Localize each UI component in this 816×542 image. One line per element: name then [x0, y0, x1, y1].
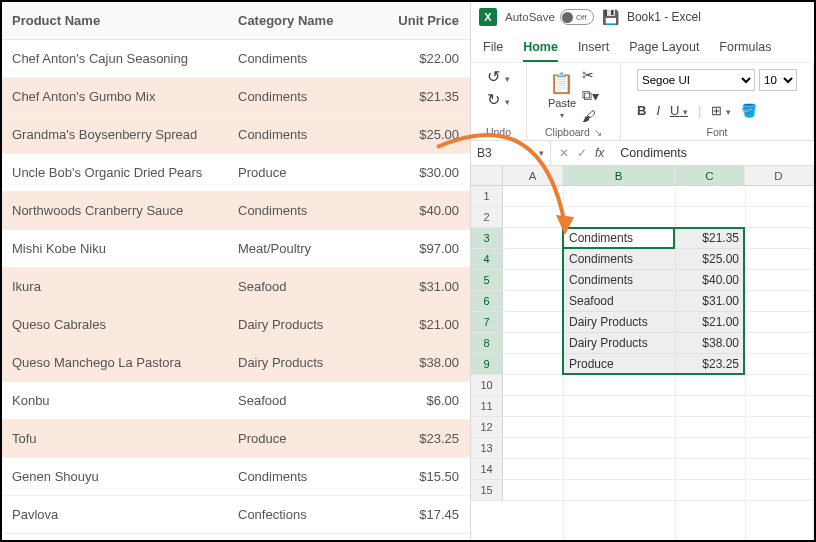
table-row[interactable]: TofuProduce$23.25 — [2, 420, 470, 458]
col-header-c[interactable]: C — [675, 166, 745, 185]
col-header-a[interactable]: A — [503, 166, 563, 185]
header-category: Category Name — [228, 13, 387, 28]
bold-button[interactable]: B — [637, 103, 646, 118]
cell-price: $6.00 — [387, 393, 469, 408]
cell[interactable]: $38.00 — [677, 333, 743, 354]
cell[interactable]: $21.35 — [677, 228, 743, 249]
col-header-b[interactable]: B — [563, 166, 675, 185]
table-row[interactable]: Queso Manchego La PastoraDairy Products$… — [2, 344, 470, 382]
name-box[interactable]: B3▾ — [471, 141, 551, 165]
cell-product: Queso Cabrales — [2, 317, 228, 332]
cell-price: $21.35 — [387, 89, 469, 104]
fx-icon[interactable]: fx — [595, 146, 604, 160]
table-row[interactable]: Uncle Bob's Organic Dried PearsProduce$3… — [2, 154, 470, 192]
table-row[interactable]: KonbuSeafood$6.00 — [2, 382, 470, 420]
table-row[interactable]: Chef Anton's Gumbo MixCondiments$21.35 — [2, 78, 470, 116]
cell[interactable]: $31.00 — [677, 291, 743, 312]
cancel-formula-icon[interactable]: ✕ — [559, 146, 569, 160]
enter-formula-icon[interactable]: ✓ — [577, 146, 587, 160]
ribbon-group-clipboard: 📋 Paste ▾ ✂ ⧉ ▾ 🖌 Clipboard↘ — [527, 63, 621, 140]
col-header-d[interactable]: D — [745, 166, 813, 185]
row-header[interactable]: 2 — [471, 207, 503, 228]
row-header[interactable]: 13 — [471, 438, 503, 459]
cut-icon[interactable]: ✂ — [582, 67, 599, 83]
cell-category: Condiments — [228, 51, 387, 66]
row-header[interactable]: 6 — [471, 291, 503, 312]
undo-icon[interactable]: ↺ ▾ — [487, 67, 509, 86]
row-header[interactable]: 1 — [471, 186, 503, 207]
tab-formulas[interactable]: Formulas — [719, 36, 771, 62]
dialog-launcher-icon[interactable]: ↘ — [594, 127, 602, 138]
cell[interactable]: Produce — [565, 354, 618, 375]
cell-product: Chef Anton's Cajun Seasoning — [2, 51, 228, 66]
cell-price: $40.00 — [387, 203, 469, 218]
row-header[interactable]: 12 — [471, 417, 503, 438]
border-icon[interactable]: ⊞ ▾ — [711, 103, 731, 118]
table-row[interactable]: Queso CabralesDairy Products$21.00 — [2, 306, 470, 344]
table-row[interactable]: Chef Anton's Cajun SeasoningCondiments$2… — [2, 40, 470, 78]
row-header[interactable]: 15 — [471, 480, 503, 501]
select-all-corner[interactable] — [471, 166, 503, 185]
cell[interactable]: Condiments — [565, 270, 637, 291]
spreadsheet-grid[interactable]: A B C D 123456789101112131415 Condiments… — [471, 166, 814, 540]
cell[interactable]: $23.25 — [677, 354, 743, 375]
cell-category: Seafood — [228, 279, 387, 294]
cell-category: Condiments — [228, 127, 387, 142]
table-row[interactable]: Genen ShouyuCondiments$15.50 — [2, 458, 470, 496]
table-row[interactable]: IkuraSeafood$31.00 — [2, 268, 470, 306]
italic-button[interactable]: I — [656, 103, 660, 118]
cell[interactable]: $40.00 — [677, 270, 743, 291]
cell-price: $15.50 — [387, 469, 469, 484]
tab-insert[interactable]: Insert — [578, 36, 609, 62]
row-header[interactable]: 7 — [471, 312, 503, 333]
row-header[interactable]: 3 — [471, 228, 503, 249]
table-row[interactable]: PavlovaConfections$17.45 — [2, 496, 470, 534]
font-size-select[interactable]: 10 — [759, 69, 797, 91]
cell-category: Condiments — [228, 469, 387, 484]
cell[interactable]: Condiments — [565, 249, 637, 270]
cell[interactable]: Condiments — [565, 228, 637, 249]
row-header[interactable]: 10 — [471, 375, 503, 396]
row-header[interactable]: 4 — [471, 249, 503, 270]
cell[interactable]: $25.00 — [677, 249, 743, 270]
table-row[interactable]: Grandma's Boysenberry SpreadCondiments$2… — [2, 116, 470, 154]
cell-price: $38.00 — [387, 355, 469, 370]
copy-icon[interactable]: ⧉ ▾ — [582, 87, 599, 104]
save-icon[interactable]: 💾 — [602, 9, 619, 25]
font-name-select[interactable]: Segoe UI — [637, 69, 755, 91]
tab-file[interactable]: File — [483, 36, 503, 62]
cell-product: Grandma's Boysenberry Spread — [2, 127, 228, 142]
tab-page-layout[interactable]: Page Layout — [629, 36, 699, 62]
redo-icon[interactable]: ↻ ▾ — [487, 90, 509, 109]
tab-home[interactable]: Home — [523, 36, 558, 62]
cell[interactable]: Seafood — [565, 291, 618, 312]
underline-button[interactable]: U ▾ — [670, 103, 688, 118]
fill-color-icon[interactable]: 🪣 — [741, 103, 757, 118]
cell-product: Queso Manchego La Pastora — [2, 355, 228, 370]
table-row[interactable]: Northwoods Cranberry SauceCondiments$40.… — [2, 192, 470, 230]
cell-product: Uncle Bob's Organic Dried Pears — [2, 165, 228, 180]
autosave-toggle[interactable]: AutoSave Off — [505, 9, 594, 25]
table-row[interactable]: Mishi Kobe NikuMeat/Poultry$97.00 — [2, 230, 470, 268]
paste-button[interactable]: 📋 Paste ▾ — [548, 71, 576, 120]
cell-category: Meat/Poultry — [228, 241, 387, 256]
row-header[interactable]: 14 — [471, 459, 503, 480]
cell-category: Produce — [228, 165, 387, 180]
autosave-label: AutoSave — [505, 11, 555, 23]
format-painter-icon[interactable]: 🖌 — [582, 108, 599, 124]
cell[interactable]: $21.00 — [677, 312, 743, 333]
ribbon: ↺ ▾ ↻ ▾ Undo 📋 Paste ▾ ✂ ⧉ ▾ 🖌 — [471, 62, 814, 140]
cell-category: Seafood — [228, 393, 387, 408]
formula-input[interactable]: Condiments — [612, 146, 814, 160]
cell[interactable]: Dairy Products — [565, 333, 652, 354]
row-header[interactable]: 8 — [471, 333, 503, 354]
cell[interactable]: Dairy Products — [565, 312, 652, 333]
title-bar: X AutoSave Off 💾 Book1 - Excel — [471, 2, 814, 30]
row-header[interactable]: 11 — [471, 396, 503, 417]
ribbon-group-font: Segoe UI 10 B I U ▾ | ⊞ ▾ 🪣 Font — [621, 63, 814, 140]
row-header[interactable]: 5 — [471, 270, 503, 291]
row-header[interactable]: 9 — [471, 354, 503, 375]
toggle-switch-icon[interactable]: Off — [560, 9, 594, 25]
cell-category: Dairy Products — [228, 355, 387, 370]
cell-product: Pavlova — [2, 507, 228, 522]
